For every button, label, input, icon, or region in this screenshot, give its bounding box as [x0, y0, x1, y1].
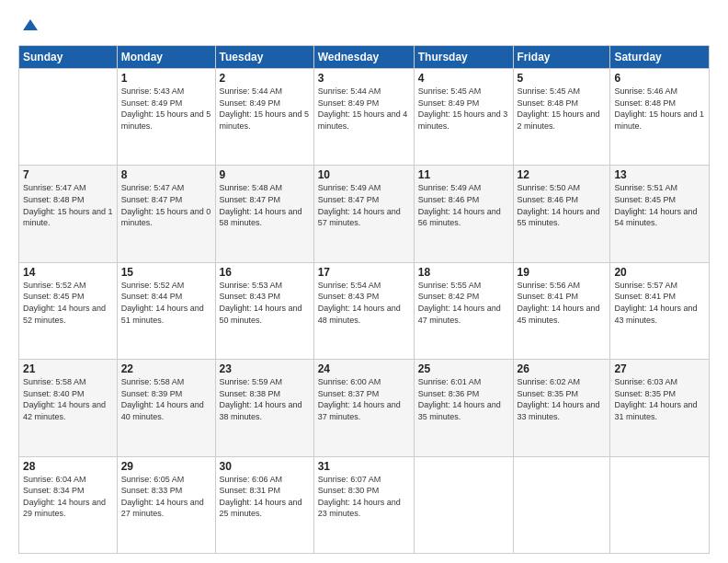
day-info: Sunrise: 5:43 AMSunset: 8:49 PMDaylight:…	[121, 86, 211, 132]
weekday-header-monday: Monday	[117, 46, 215, 69]
calendar-cell	[414, 456, 513, 553]
day-info: Sunrise: 5:58 AMSunset: 8:39 PMDaylight:…	[121, 376, 211, 422]
day-info: Sunrise: 5:48 AMSunset: 8:47 PMDaylight:…	[220, 182, 310, 228]
logo-icon	[19, 14, 41, 36]
calendar-cell: 20Sunrise: 5:57 AMSunset: 8:41 PMDayligh…	[610, 262, 710, 359]
calendar-cell: 6Sunrise: 5:46 AMSunset: 8:48 PMDaylight…	[610, 69, 710, 166]
calendar-cell: 23Sunrise: 5:59 AMSunset: 8:38 PMDayligh…	[215, 360, 313, 456]
calendar-cell: 22Sunrise: 5:58 AMSunset: 8:39 PMDayligh…	[117, 360, 215, 456]
day-info: Sunrise: 6:04 AMSunset: 8:34 PMDaylight:…	[23, 474, 113, 520]
calendar-cell: 29Sunrise: 6:05 AMSunset: 8:33 PMDayligh…	[117, 456, 215, 553]
day-info: Sunrise: 6:06 AMSunset: 8:31 PMDaylight:…	[220, 474, 310, 520]
day-number: 7	[23, 168, 113, 181]
day-number: 8	[121, 168, 211, 181]
day-info: Sunrise: 5:45 AMSunset: 8:49 PMDaylight:…	[418, 86, 509, 132]
calendar-cell: 12Sunrise: 5:50 AMSunset: 8:46 PMDayligh…	[513, 166, 610, 262]
day-info: Sunrise: 5:46 AMSunset: 8:48 PMDaylight:…	[614, 86, 705, 132]
calendar-cell: 25Sunrise: 6:01 AMSunset: 8:36 PMDayligh…	[414, 360, 513, 456]
day-number: 29	[121, 460, 211, 473]
calendar-table: SundayMondayTuesdayWednesdayThursdayFrid…	[18, 45, 710, 554]
day-number: 11	[418, 168, 509, 181]
day-info: Sunrise: 5:55 AMSunset: 8:42 PMDaylight:…	[418, 280, 509, 326]
day-info: Sunrise: 5:47 AMSunset: 8:47 PMDaylight:…	[121, 182, 211, 228]
calendar-cell: 15Sunrise: 5:52 AMSunset: 8:44 PMDayligh…	[117, 262, 215, 359]
day-info: Sunrise: 5:52 AMSunset: 8:44 PMDaylight:…	[121, 280, 211, 326]
calendar-cell: 27Sunrise: 6:03 AMSunset: 8:35 PMDayligh…	[610, 360, 710, 456]
day-info: Sunrise: 5:45 AMSunset: 8:48 PMDaylight:…	[518, 86, 607, 132]
calendar-cell: 17Sunrise: 5:54 AMSunset: 8:43 PMDayligh…	[313, 262, 414, 359]
calendar-cell: 8Sunrise: 5:47 AMSunset: 8:47 PMDaylight…	[117, 166, 215, 262]
day-info: Sunrise: 5:52 AMSunset: 8:45 PMDaylight:…	[23, 280, 113, 326]
calendar-week-5: 28Sunrise: 6:04 AMSunset: 8:34 PMDayligh…	[19, 456, 710, 553]
calendar-cell	[513, 456, 610, 553]
day-info: Sunrise: 6:00 AMSunset: 8:37 PMDaylight:…	[318, 376, 410, 422]
day-info: Sunrise: 5:56 AMSunset: 8:41 PMDaylight:…	[518, 280, 607, 326]
weekday-header-tuesday: Tuesday	[215, 46, 313, 69]
calendar-cell: 30Sunrise: 6:06 AMSunset: 8:31 PMDayligh…	[215, 456, 313, 553]
calendar-cell: 5Sunrise: 5:45 AMSunset: 8:48 PMDaylight…	[513, 69, 610, 166]
calendar-cell: 18Sunrise: 5:55 AMSunset: 8:42 PMDayligh…	[414, 262, 513, 359]
day-number: 10	[318, 168, 410, 181]
calendar-cell: 19Sunrise: 5:56 AMSunset: 8:41 PMDayligh…	[513, 262, 610, 359]
calendar-cell: 9Sunrise: 5:48 AMSunset: 8:47 PMDaylight…	[215, 166, 313, 262]
day-info: Sunrise: 5:58 AMSunset: 8:40 PMDaylight:…	[23, 376, 113, 422]
calendar-cell: 10Sunrise: 5:49 AMSunset: 8:47 PMDayligh…	[313, 166, 414, 262]
day-info: Sunrise: 5:47 AMSunset: 8:48 PMDaylight:…	[23, 182, 113, 228]
day-number: 31	[318, 460, 410, 473]
calendar-cell: 3Sunrise: 5:44 AMSunset: 8:49 PMDaylight…	[313, 69, 414, 166]
weekday-header-friday: Friday	[513, 46, 610, 69]
calendar-cell: 7Sunrise: 5:47 AMSunset: 8:48 PMDaylight…	[19, 166, 118, 262]
day-number: 27	[614, 362, 705, 375]
calendar-week-1: 1Sunrise: 5:43 AMSunset: 8:49 PMDaylight…	[19, 69, 710, 166]
day-info: Sunrise: 5:50 AMSunset: 8:46 PMDaylight:…	[518, 182, 607, 228]
calendar-page: SundayMondayTuesdayWednesdayThursdayFrid…	[0, 0, 728, 563]
day-number: 2	[220, 72, 310, 85]
day-number: 3	[318, 72, 410, 85]
logo	[18, 14, 42, 36]
day-number: 25	[418, 362, 509, 375]
weekday-header-wednesday: Wednesday	[313, 46, 414, 69]
day-number: 15	[121, 266, 211, 279]
day-number: 1	[121, 72, 211, 85]
day-number: 5	[518, 72, 607, 85]
day-number: 18	[418, 266, 509, 279]
calendar-cell: 21Sunrise: 5:58 AMSunset: 8:40 PMDayligh…	[19, 360, 118, 456]
calendar-cell: 14Sunrise: 5:52 AMSunset: 8:45 PMDayligh…	[19, 262, 118, 359]
day-number: 12	[518, 168, 607, 181]
svg-marker-0	[23, 19, 38, 30]
day-info: Sunrise: 6:03 AMSunset: 8:35 PMDaylight:…	[614, 376, 705, 422]
day-number: 6	[614, 72, 705, 85]
calendar-cell: 11Sunrise: 5:49 AMSunset: 8:46 PMDayligh…	[414, 166, 513, 262]
calendar-week-3: 14Sunrise: 5:52 AMSunset: 8:45 PMDayligh…	[19, 262, 710, 359]
day-info: Sunrise: 6:05 AMSunset: 8:33 PMDaylight:…	[121, 474, 211, 520]
calendar-cell: 26Sunrise: 6:02 AMSunset: 8:35 PMDayligh…	[513, 360, 610, 456]
day-info: Sunrise: 6:02 AMSunset: 8:35 PMDaylight:…	[518, 376, 607, 422]
day-number: 13	[614, 168, 705, 181]
day-number: 21	[23, 362, 113, 375]
calendar-cell: 31Sunrise: 6:07 AMSunset: 8:30 PMDayligh…	[313, 456, 414, 553]
day-number: 24	[318, 362, 410, 375]
day-number: 23	[220, 362, 310, 375]
day-number: 19	[518, 266, 607, 279]
calendar-cell	[610, 456, 710, 553]
day-info: Sunrise: 6:07 AMSunset: 8:30 PMDaylight:…	[318, 474, 410, 520]
day-info: Sunrise: 5:44 AMSunset: 8:49 PMDaylight:…	[220, 86, 310, 132]
calendar-cell: 16Sunrise: 5:53 AMSunset: 8:43 PMDayligh…	[215, 262, 313, 359]
day-number: 28	[23, 460, 113, 473]
day-number: 20	[614, 266, 705, 279]
calendar-week-4: 21Sunrise: 5:58 AMSunset: 8:40 PMDayligh…	[19, 360, 710, 456]
day-info: Sunrise: 5:54 AMSunset: 8:43 PMDaylight:…	[318, 280, 410, 326]
calendar-week-2: 7Sunrise: 5:47 AMSunset: 8:48 PMDaylight…	[19, 166, 710, 262]
day-number: 22	[121, 362, 211, 375]
day-info: Sunrise: 5:49 AMSunset: 8:47 PMDaylight:…	[318, 182, 410, 228]
calendar-cell: 2Sunrise: 5:44 AMSunset: 8:49 PMDaylight…	[215, 69, 313, 166]
weekday-header-saturday: Saturday	[610, 46, 710, 69]
calendar-cell: 13Sunrise: 5:51 AMSunset: 8:45 PMDayligh…	[610, 166, 710, 262]
day-number: 16	[220, 266, 310, 279]
calendar-cell: 4Sunrise: 5:45 AMSunset: 8:49 PMDaylight…	[414, 69, 513, 166]
calendar-cell: 28Sunrise: 6:04 AMSunset: 8:34 PMDayligh…	[19, 456, 118, 553]
day-number: 30	[220, 460, 310, 473]
day-info: Sunrise: 6:01 AMSunset: 8:36 PMDaylight:…	[418, 376, 509, 422]
header	[18, 14, 710, 36]
day-info: Sunrise: 5:44 AMSunset: 8:49 PMDaylight:…	[318, 86, 410, 132]
